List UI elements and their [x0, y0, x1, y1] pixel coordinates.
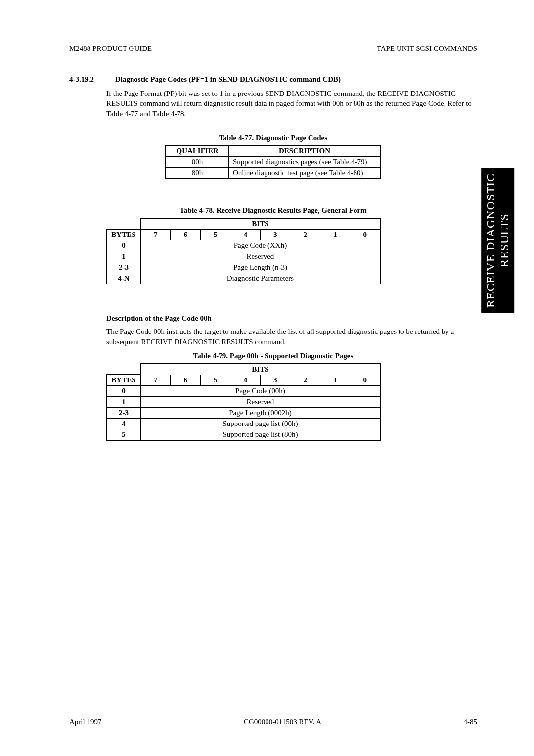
table77-header-description: DESCRIPTION: [229, 145, 381, 157]
table79-bit0: 0: [350, 375, 380, 386]
table77-row0-qualifier: 00h: [166, 156, 229, 167]
table78-bit0: 0: [350, 229, 380, 240]
section-number: 4-3.19.2: [69, 75, 96, 84]
table78-row0-value: Page Code (XXh): [140, 240, 380, 251]
table77-caption: Table 4-77. Diagnostic Page Codes: [69, 134, 477, 142]
table78-bit4: 4: [230, 229, 261, 240]
table78-bytes-label: BYTES: [107, 229, 140, 240]
table79-row3-byte: 4: [107, 419, 140, 429]
table77-header-qualifier: QUALIFIER: [166, 145, 229, 157]
table78-row2-value: Page Length (n-3): [140, 262, 380, 273]
side-tab: RECEIVE DIAGNOSTIC RESULTS: [481, 168, 514, 313]
page-body: M2488 PRODUCT GUIDE TAPE UNIT SCSI COMMA…: [0, 0, 534, 756]
table79-row4-value: Supported page list (80h): [140, 429, 380, 441]
table78-bit3: 3: [260, 229, 290, 240]
table78-row2-byte: 2-3: [107, 262, 140, 273]
table79-row4-byte: 5: [107, 429, 140, 441]
table79-row2-byte: 2-3: [107, 408, 140, 419]
table79-row0-value: Page Code (00h): [140, 386, 380, 397]
table79-bytes-label: BYTES: [107, 375, 140, 386]
table78: BITS BYTES 7 6 5 4 3 2 1 0 0 Page Code (…: [106, 218, 381, 285]
page-header: M2488 PRODUCT GUIDE TAPE UNIT SCSI COMMA…: [69, 45, 477, 53]
table79-row1-byte: 1: [107, 397, 140, 408]
table78-bit6: 6: [171, 229, 201, 240]
side-tab-line2: RESULTS: [497, 214, 510, 268]
table77-row1-qualifier: 80h: [166, 167, 229, 179]
footer-left: April 1997: [69, 718, 101, 726]
table79-bits-label: BITS: [140, 364, 380, 375]
table78-bit1: 1: [320, 229, 350, 240]
side-tab-line1: RECEIVE DIAGNOSTIC: [484, 173, 497, 308]
table79-bit7: 7: [140, 375, 171, 386]
table78-row1-value: Reserved: [140, 251, 380, 262]
table77-row1-description: Online diagnostic test page (see Table 4…: [229, 167, 381, 179]
table78-bits-label: BITS: [140, 218, 380, 230]
section-paragraph: If the Page Format (PF) bit was set to 1…: [106, 89, 477, 119]
table79-caption: Table 4-79. Page 00h - Supported Diagnos…: [69, 352, 477, 360]
table79-row1-value: Reserved: [140, 397, 380, 408]
table79-row3-value: Supported page list (00h): [140, 419, 380, 429]
page-footer: April 1997 CG00000-011503 REV. A 4-85: [69, 718, 477, 726]
table79-row0-byte: 0: [107, 386, 140, 397]
table79-bit3: 3: [260, 375, 290, 386]
table79-row2-value: Page Length (0002h): [140, 408, 380, 419]
table78-row0-byte: 0: [107, 240, 140, 251]
table78-row3-value: Diagnostic Parameters: [140, 273, 380, 284]
table79-bit5: 5: [200, 375, 230, 386]
table79-bit6: 6: [171, 375, 201, 386]
header-left: M2488 PRODUCT GUIDE: [69, 45, 152, 53]
section-title: Diagnostic Page Codes (PF=1 in SEND DIAG…: [115, 75, 341, 84]
desc00-paragraph: The Page Code 00h instructs the target t…: [106, 327, 477, 347]
desc00-heading: Description of the Page Code 00h: [106, 314, 477, 323]
table78-bit5: 5: [200, 229, 230, 240]
footer-center: CG00000-011503 REV. A: [244, 718, 321, 726]
section-heading: 4-3.19.2 Diagnostic Page Codes (PF=1 in …: [69, 75, 477, 84]
table78-caption: Table 4-78. Receive Diagnostic Results P…: [69, 206, 477, 215]
table79-bit2: 2: [290, 375, 320, 386]
footer-right: 4-85: [464, 718, 478, 726]
table79-bit1: 1: [320, 375, 350, 386]
table77-row0-description: Supported diagnostics pages (see Table 4…: [229, 156, 381, 167]
header-right: TAPE UNIT SCSI COMMANDS: [377, 45, 477, 53]
table78-row1-byte: 1: [107, 251, 140, 262]
table78-bit7: 7: [140, 229, 171, 240]
table78-row3-byte: 4-N: [107, 273, 140, 284]
table79-bit4: 4: [230, 375, 261, 386]
table78-bit2: 2: [290, 229, 320, 240]
table77: QUALIFIER DESCRIPTION 00h Supported diag…: [165, 145, 381, 179]
table79: BITS BYTES 7 6 5 4 3 2 1 0 0 Page Code (…: [106, 363, 381, 441]
